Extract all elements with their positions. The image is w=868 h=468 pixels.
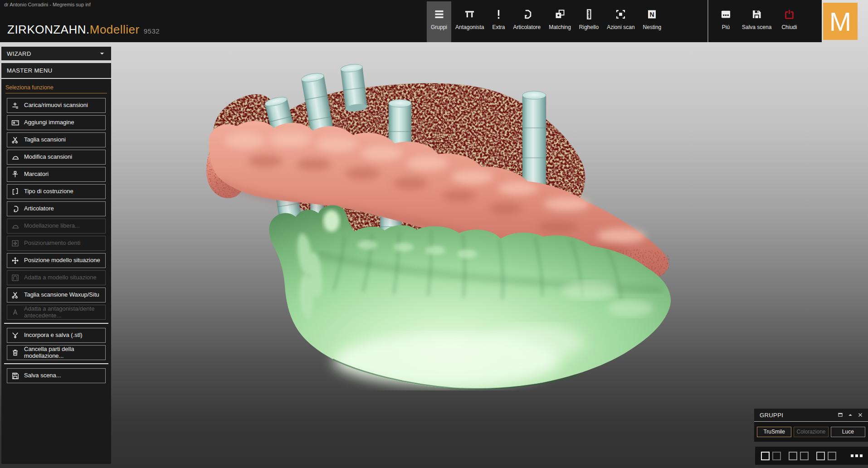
menu-item-cancella-parti-della-modellazione[interactable]: Cancella parti della modellazione...	[7, 345, 106, 360]
groups-panel-titlebar[interactable]: GRUPPI	[754, 409, 868, 422]
menu-item-carica-rimuovi-scansioni[interactable]: Carica/rimuovi scansioni	[7, 98, 106, 113]
menu-item-posizionamento-denti: Posizionamento denti	[7, 236, 106, 251]
toolbar-tab-nesting[interactable]: NNesting	[639, 1, 666, 42]
articulator-s-icon	[11, 205, 20, 214]
groups-squares-strip	[755, 447, 868, 465]
menu-divider	[4, 363, 108, 364]
menu-item-aggiungi-immagine[interactable]: Aggiungi immagine	[7, 115, 106, 130]
construction-icon	[11, 187, 20, 196]
menu-item-posizione-modello-situazione[interactable]: Posizione modello situazione	[7, 253, 106, 268]
menu-item-modifica-scansioni[interactable]: Modifica scansioni	[7, 150, 106, 165]
toolbar-tab-righello[interactable]: Righello	[575, 1, 603, 42]
menu-item-marcatori[interactable]: Marcatori	[7, 167, 106, 182]
group-slot-6[interactable]	[828, 452, 836, 460]
floppy-icon	[11, 371, 20, 380]
dome-icon	[11, 222, 20, 231]
toolbar-tab-gruppi[interactable]: Gruppi	[427, 1, 451, 42]
scan-frame-icon	[614, 8, 627, 20]
toolbar-tab-matching[interactable]: Matching	[545, 1, 575, 42]
brand-product: Modellier	[90, 23, 140, 36]
brand-version: 9532	[144, 27, 160, 35]
menu-item-adatta-a-antagonista-dente-antecedente: Adatta a antagonista/dente antecedente..…	[7, 305, 106, 320]
menu-item-salva-scena[interactable]: Salva scena...	[7, 368, 106, 383]
function-menu: Carica/rimuovi scansioniAggiungi immagin…	[1, 98, 111, 383]
toolbar-actions: PiúSalva scenaChiudi	[715, 1, 802, 42]
dome-icon	[11, 153, 20, 162]
articulator-icon	[521, 8, 533, 20]
chevron-down-icon[interactable]	[98, 50, 106, 57]
group-slot-1[interactable]	[761, 452, 770, 460]
power-icon	[783, 8, 795, 20]
toolbar-tab-azioni-scan[interactable]: Azioni scan	[603, 1, 639, 42]
window-title: dr Antonio Corradini - Megremis sup inf	[4, 2, 91, 7]
groups-button-trusmile[interactable]: TruSmile	[757, 427, 791, 437]
viewport-3d-scene[interactable]	[111, 42, 868, 468]
master-menu-panel: Seleziona funzione Carica/rimuovi scansi…	[1, 78, 111, 464]
wizard-label: WIZARD	[7, 50, 31, 57]
group-slot-5[interactable]	[816, 452, 825, 460]
close-icon[interactable]	[857, 412, 863, 418]
trash-icon	[11, 348, 20, 357]
master-menu-header[interactable]: MASTER MENU	[1, 63, 111, 78]
toolbar-tab-extra[interactable]: Extra	[488, 1, 509, 42]
master-menu-label: MASTER MENU	[7, 67, 52, 74]
groups-button-colorazione: Colorazione	[794, 427, 828, 437]
toolbar-action-salva-scena[interactable]: Salva scena	[737, 1, 776, 42]
modellier-m-logo[interactable]: M	[823, 3, 858, 40]
antagonist-icon	[463, 8, 476, 20]
toolbar-action-pi[interactable]: Piú	[715, 1, 737, 42]
menu-icon	[433, 8, 445, 20]
menu-item-taglia-scansione-waxup-situ[interactable]: Taglia scansione Waxup/Situ	[7, 288, 106, 302]
scissors-icon	[11, 291, 20, 300]
exclaim-icon	[493, 8, 505, 20]
load-scans-icon	[11, 101, 20, 110]
more-groups-icon[interactable]	[851, 454, 863, 457]
move-icon	[11, 256, 20, 265]
fit-box-icon	[11, 273, 20, 283]
groups-panel-body: TruSmileColorazioneLuce	[754, 422, 868, 442]
app-logo: ZIRKONZAHN.Modellier9532	[7, 23, 160, 37]
toolbar-divider	[707, 0, 708, 42]
group-slot-2[interactable]	[772, 452, 781, 460]
wizard-header[interactable]: WIZARD	[1, 47, 111, 60]
svg-text:N: N	[650, 11, 654, 18]
matching-icon	[554, 8, 566, 20]
save-icon	[751, 8, 763, 20]
toolbar-tab-antagonista[interactable]: Antagonista	[451, 1, 488, 42]
group-slot-3[interactable]	[789, 452, 797, 460]
more-icon	[720, 8, 732, 20]
menu-item-tipo-di-costruzione[interactable]: Tipo di costruzione	[7, 184, 106, 199]
menu-item-modellazione-libera: Modellazione libera...	[7, 219, 106, 234]
section-label: Seleziona funzione	[5, 84, 107, 93]
ruler-icon	[583, 8, 595, 20]
move-box-icon	[11, 239, 20, 248]
menu-divider	[4, 323, 108, 324]
menu-item-articolatore[interactable]: Articolatore	[7, 201, 106, 216]
group-slot-4[interactable]	[800, 452, 809, 460]
header-bar: dr Antonio Corradini - Megremis sup inf …	[0, 0, 822, 42]
menu-item-adatta-a-modello-situazione: Adatta a modello situazione	[7, 270, 106, 285]
menu-item-incorpora-e-salva-stl[interactable]: Incorpora e salva (.stl)	[7, 328, 106, 343]
app-window: dr Antonio Corradini - Megremis sup inf …	[0, 0, 868, 468]
nesting-icon: N	[646, 8, 658, 20]
scissors-icon	[11, 136, 20, 145]
groups-panel-title: GRUPPI	[760, 412, 783, 419]
restore-window-icon[interactable]	[837, 412, 844, 418]
groups-panel: GRUPPI TruSmileColorazioneLuce	[754, 409, 868, 442]
toolbar-tabs: GruppiAntagonistaExtraArticolatoreMatchi…	[427, 1, 665, 42]
groups-button-luce[interactable]: Luce	[831, 427, 865, 437]
menu-item-taglia-scansioni[interactable]: Taglia scansioni	[7, 132, 106, 147]
collapse-icon[interactable]	[847, 412, 853, 418]
letter-a-icon	[11, 308, 20, 317]
brand-name: ZIRKONZAHN.	[7, 23, 90, 36]
pendant-icon	[11, 331, 20, 340]
marker-icon	[11, 170, 20, 179]
add-image-icon	[11, 118, 20, 127]
toolbar-action-chiudi[interactable]: Chiudi	[776, 1, 802, 42]
toolbar-tab-articolatore[interactable]: Articolatore	[509, 1, 545, 42]
